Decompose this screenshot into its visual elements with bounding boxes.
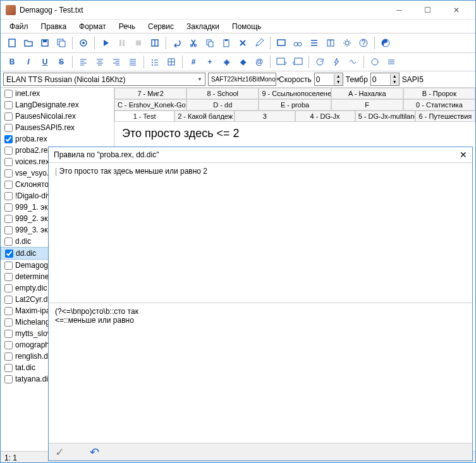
document-tab[interactable]: 1 - Test: [114, 111, 174, 121]
spin-down-icon[interactable]: ▼: [334, 80, 343, 85]
menu-file[interactable]: Файл: [4, 21, 34, 32]
sidebar-checkbox[interactable]: [4, 375, 13, 383]
sidebar-checkbox[interactable]: [4, 226, 13, 234]
sidebar-checkbox[interactable]: [4, 135, 13, 143]
rules-source[interactable]: (?<=\bпро)сто\b::сто так <=::меньше или …: [49, 303, 472, 443]
sidebar-checkbox[interactable]: [4, 215, 13, 223]
underline-button[interactable]: U: [37, 55, 52, 69]
save-icon[interactable]: [37, 35, 52, 51]
minimize-button[interactable]: ─: [385, 1, 413, 19]
align-justify-icon[interactable]: [125, 55, 140, 69]
sidebar-checkbox[interactable]: [4, 262, 13, 270]
spin-up-icon[interactable]: ▲: [334, 74, 343, 80]
sidebar-checkbox[interactable]: [4, 90, 13, 98]
document-tab[interactable]: F: [331, 99, 403, 110]
menu-icon[interactable]: [384, 55, 399, 69]
text-frame-icon[interactable]: T: [323, 35, 338, 51]
pitch-input[interactable]: [371, 75, 390, 84]
sidebar-checkbox[interactable]: [4, 307, 13, 315]
sidebar-checkbox[interactable]: [4, 238, 13, 246]
sidebar-checkbox[interactable]: [4, 330, 13, 338]
sidebar-checkbox[interactable]: [4, 112, 13, 121]
sidebar-checkbox[interactable]: [4, 101, 13, 109]
sidebar-checkbox[interactable]: [5, 250, 13, 258]
document-tab[interactable]: D - dd: [186, 99, 259, 110]
document-tab[interactable]: C - Ershov_Konek-Gorbunok.112408: [114, 99, 186, 110]
at-icon[interactable]: @: [252, 55, 267, 69]
document-tab[interactable]: 8 - School: [186, 88, 259, 99]
wave-icon[interactable]: [345, 55, 360, 69]
document-tab[interactable]: 3: [235, 111, 295, 121]
settings-icon[interactable]: [339, 35, 355, 51]
diamond-icon[interactable]: ◈: [219, 55, 234, 69]
sidebar-checkbox[interactable]: [4, 341, 13, 349]
new-file-icon[interactable]: [4, 35, 20, 51]
sidebar-item[interactable]: proba.rex: [1, 133, 114, 145]
document-tab[interactable]: 4 - DG-Jx: [295, 111, 355, 121]
sidebar-item[interactable]: PausesNicolai.rex: [1, 111, 114, 122]
list-icon[interactable]: [307, 35, 322, 51]
format-dropdown[interactable]: SAFT22kHz16BitMono ▼: [208, 73, 276, 86]
image-in-icon[interactable]: [274, 55, 289, 69]
hash-icon[interactable]: #: [186, 55, 201, 69]
menu-edit[interactable]: Правка: [36, 21, 72, 32]
table-icon[interactable]: [164, 55, 179, 69]
sidebar-checkbox[interactable]: [4, 181, 13, 189]
record-icon[interactable]: [76, 35, 91, 51]
sidebar-checkbox[interactable]: [4, 192, 13, 200]
menu-help[interactable]: Помощь: [227, 21, 266, 32]
sidebar-item[interactable]: LangDesignate.rex: [1, 99, 114, 111]
open-file-icon[interactable]: [21, 35, 36, 51]
spin-down-icon[interactable]: ▼: [390, 80, 399, 85]
book-icon[interactable]: [147, 35, 162, 51]
document-tab[interactable]: 5 - DG-Jx-multilang: [355, 111, 415, 121]
sidebar-checkbox[interactable]: [4, 124, 13, 132]
dialog-close-button[interactable]: ✕: [460, 150, 467, 160]
stop-icon[interactable]: [131, 35, 146, 51]
paste-icon[interactable]: [219, 35, 234, 51]
document-tab[interactable]: B - Пророк: [403, 88, 475, 99]
speed-spinner[interactable]: ▲▼: [314, 73, 343, 86]
sidebar-checkbox[interactable]: [4, 296, 13, 304]
image-out-icon[interactable]: [290, 55, 305, 69]
delete-icon[interactable]: [235, 35, 250, 51]
align-center-icon[interactable]: [92, 55, 107, 69]
italic-button[interactable]: I: [21, 55, 36, 69]
menu-speech[interactable]: Речь: [114, 21, 140, 32]
screen-icon[interactable]: [274, 35, 289, 51]
document-tab[interactable]: 7 - Миг2: [114, 88, 186, 99]
undo-icon[interactable]: [169, 35, 185, 51]
rules-output[interactable]: | Это просто так здесь меньше или равно …: [49, 163, 472, 303]
diamond2-icon[interactable]: ◆: [235, 55, 250, 69]
sidebar-checkbox[interactable]: [4, 364, 13, 372]
pause-icon[interactable]: [114, 35, 130, 51]
sidebar-checkbox[interactable]: [4, 169, 13, 177]
refresh-icon[interactable]: [312, 55, 327, 69]
voice-dropdown[interactable]: ELAN TTS Russian (Nicolai 16Khz) ▼: [3, 73, 205, 86]
align-left-icon[interactable]: [76, 55, 91, 69]
pitch-spinner[interactable]: ▲▼: [370, 73, 400, 86]
bold-button[interactable]: B: [4, 55, 20, 69]
document-tab[interactable]: 9 - Ссыльнопоселенец: [259, 88, 331, 99]
menu-format[interactable]: Формат: [74, 21, 111, 32]
revert-icon[interactable]: ↶: [90, 445, 99, 459]
spin-up-icon[interactable]: ▲: [390, 74, 399, 80]
sidebar-checkbox[interactable]: [4, 284, 13, 292]
copy-icon[interactable]: [202, 35, 217, 51]
sidebar-checkbox[interactable]: [4, 158, 13, 166]
bullets-icon[interactable]: [147, 55, 162, 69]
yy-icon[interactable]: [367, 55, 382, 69]
binoculars-icon[interactable]: [290, 35, 305, 51]
sidebar-checkbox[interactable]: [4, 352, 13, 361]
edit-icon[interactable]: [252, 35, 267, 51]
play-icon[interactable]: [98, 35, 113, 51]
save-all-icon[interactable]: [54, 35, 69, 51]
maximize-button[interactable]: ☐: [413, 1, 442, 19]
document-tab[interactable]: E - proba: [259, 99, 331, 110]
sidebar-item[interactable]: inet.rex: [1, 88, 114, 99]
align-right-icon[interactable]: [109, 55, 124, 69]
yinyang-icon[interactable]: [378, 35, 393, 51]
document-tab[interactable]: 0 - Статистика: [403, 99, 475, 110]
strike-button[interactable]: S: [54, 55, 69, 69]
sidebar-checkbox[interactable]: [4, 273, 13, 281]
